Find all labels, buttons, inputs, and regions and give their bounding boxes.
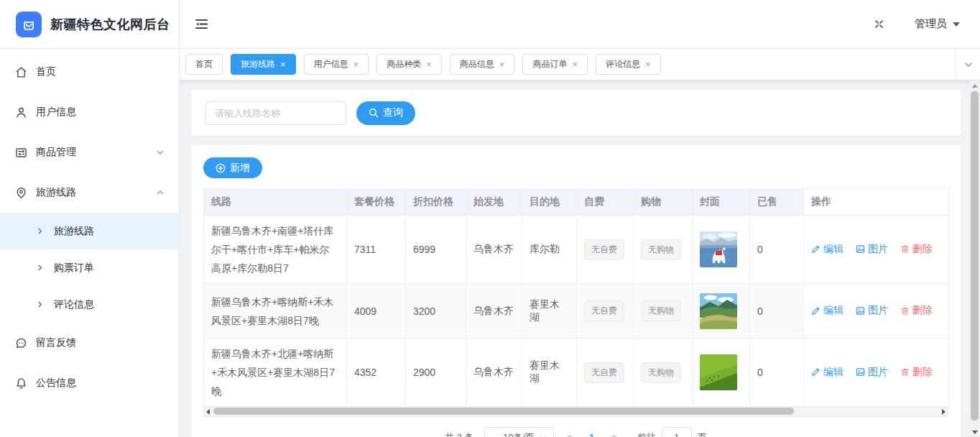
- tab-user-info[interactable]: 用户信息 ×: [304, 54, 369, 75]
- scroll-up-icon[interactable]: [972, 84, 978, 88]
- shopping-tag: 无购物: [641, 300, 681, 321]
- tab-travel-routes[interactable]: 旅游线路 ×: [231, 54, 296, 75]
- origin: 乌鲁木齐: [466, 339, 522, 407]
- sidebar-subitem-ticket-orders[interactable]: 购票订单: [0, 249, 179, 286]
- shopping-tag: 无购物: [641, 362, 681, 383]
- table-header-row: 线路 套餐价格 折扣价格 始发地 目的地 自费 购物 封面 已售 操作: [204, 189, 949, 216]
- admin-app: 新疆特色文化网后台 首页 用户信息 商品管理: [0, 0, 980, 437]
- shopping-bag-icon: [16, 12, 42, 37]
- close-icon[interactable]: ×: [499, 60, 505, 69]
- add-route-button[interactable]: 新增: [203, 157, 262, 178]
- chevron-right-icon: [36, 300, 44, 308]
- col-discount-price: 折扣价格: [406, 189, 466, 216]
- search-button[interactable]: 查询: [356, 101, 415, 125]
- sidebar-item-label: 留言反馈: [36, 336, 165, 349]
- pencil-icon: [811, 306, 820, 316]
- delete-button[interactable]: 删除: [900, 366, 933, 379]
- route-search-input[interactable]: [205, 101, 346, 125]
- sidebar-subitem-label: 评论信息: [54, 298, 94, 311]
- image-button[interactable]: 图片: [856, 366, 888, 379]
- close-icon[interactable]: ×: [572, 60, 578, 69]
- sidebar-subitem-comments[interactable]: 评论信息: [0, 286, 179, 323]
- chevron-up-icon: [156, 188, 165, 197]
- origin: 乌鲁木齐: [466, 216, 522, 284]
- sidebar-item-home[interactable]: 首页: [0, 52, 179, 92]
- tab-label: 用户信息: [314, 58, 348, 70]
- close-icon[interactable]: ×: [645, 60, 651, 69]
- scroll-down-icon[interactable]: [972, 431, 978, 434]
- self-fee-tag: 无自费: [584, 362, 624, 383]
- tab-goods-category[interactable]: 商品种类 ×: [376, 54, 442, 75]
- scroll-left-icon[interactable]: [206, 409, 210, 415]
- delete-button[interactable]: 删除: [900, 304, 933, 317]
- edit-label: 编辑: [823, 304, 843, 317]
- tab-label: 旅游线路: [241, 58, 275, 70]
- sidebar-item-announcements[interactable]: 公告信息: [0, 363, 179, 403]
- shopping-tag: 无购物: [641, 239, 681, 260]
- trash-icon: [900, 306, 910, 316]
- col-origin: 始发地: [466, 189, 522, 216]
- scrollbar-thumb[interactable]: [213, 408, 794, 415]
- edit-label: 编辑: [823, 243, 843, 256]
- edit-button[interactable]: 编辑: [811, 304, 843, 317]
- topbar: 管理员: [180, 0, 980, 49]
- close-icon[interactable]: ×: [353, 60, 359, 69]
- close-icon[interactable]: ×: [426, 60, 432, 69]
- table-horizontal-scrollbar[interactable]: [203, 407, 948, 417]
- sold-count: 0: [750, 339, 804, 407]
- close-icon[interactable]: ×: [280, 60, 286, 69]
- current-page[interactable]: 1: [585, 432, 598, 437]
- goto-page-input[interactable]: [662, 427, 692, 437]
- admin-menu[interactable]: 管理员: [915, 17, 960, 31]
- scrollbar-thumb[interactable]: [971, 91, 979, 420]
- tab-goods-orders[interactable]: 商品订单 ×: [522, 54, 588, 75]
- sidebar-item-label: 旅游线路: [36, 186, 156, 199]
- search-icon: [369, 108, 379, 118]
- bell-icon: [14, 377, 27, 390]
- sidebar-subitem-travel-routes[interactable]: 旅游线路: [0, 213, 179, 249]
- next-page-button[interactable]: >: [609, 432, 620, 437]
- self-fee-tag: 无自费: [584, 239, 624, 260]
- tab-overflow-button[interactable]: [956, 49, 980, 80]
- sidebar-item-travel-routes[interactable]: 旅游线路: [0, 172, 179, 213]
- sidebar-item-goods[interactable]: 商品管理: [0, 132, 179, 172]
- col-shopping: 购物: [634, 189, 693, 216]
- tabbar: 首页 旅游线路 × 用户信息 × 商品种类 × 商品信息 × 商品订单 ×: [180, 49, 980, 80]
- pencil-icon: [811, 367, 820, 377]
- route-name: 新疆乌鲁木齐+喀纳斯+禾木风景区+赛里木湖8日7晚: [204, 284, 347, 339]
- tab-goods-info[interactable]: 商品信息 ×: [450, 54, 515, 75]
- edit-button[interactable]: 编辑: [811, 366, 843, 379]
- table-row: 新疆乌鲁木齐+喀纳斯+禾木风景区+赛里木湖8日7晚 4009 3200 乌鲁木齐…: [204, 284, 949, 339]
- tab-home[interactable]: 首页: [185, 54, 223, 75]
- caret-down-icon: [953, 22, 960, 27]
- destination: 库尔勒: [522, 216, 577, 284]
- app-title: 新疆特色文化网后台: [50, 16, 170, 33]
- edit-button[interactable]: 编辑: [811, 243, 843, 256]
- page-size-select[interactable]: 10条/页: [484, 427, 554, 437]
- sidebar-fold-icon[interactable]: [195, 19, 208, 29]
- logo-row: 新疆特色文化网后台: [0, 0, 179, 49]
- image-button[interactable]: 图片: [856, 304, 888, 317]
- delete-button[interactable]: 删除: [900, 243, 933, 256]
- route-name: 新疆乌鲁木齐+北疆+喀纳斯+禾木风景区+赛里木湖8日7晚: [204, 339, 347, 407]
- sidebar-item-users[interactable]: 用户信息: [0, 92, 179, 132]
- sidebar-item-label: 用户信息: [36, 106, 165, 119]
- admin-label: 管理员: [915, 17, 947, 31]
- edit-label: 编辑: [823, 366, 843, 379]
- chat-icon: [14, 336, 27, 349]
- route-name: 新疆乌鲁木齐+南疆+塔什库尔干+喀什市+库车+帕米尔高原+库尔勒8日7: [204, 216, 347, 284]
- tab-comments[interactable]: 评论信息 ×: [596, 54, 661, 75]
- fullscreen-icon[interactable]: [874, 19, 884, 29]
- sidebar-menu: 首页 用户信息 商品管理 旅游: [0, 49, 179, 403]
- scroll-right-icon[interactable]: [942, 409, 946, 415]
- add-button-label: 新增: [230, 162, 250, 175]
- tab-label: 商品信息: [460, 58, 494, 70]
- discount-price: 3200: [406, 284, 466, 339]
- chevron-down-icon: [963, 60, 974, 70]
- destination: 赛里木湖: [522, 339, 577, 407]
- prev-page-button[interactable]: <: [564, 432, 575, 437]
- sidebar-item-feedback[interactable]: 留言反馈: [0, 323, 179, 363]
- trash-icon: [900, 244, 910, 254]
- page-vertical-scrollbar[interactable]: [970, 80, 979, 437]
- image-button[interactable]: 图片: [856, 243, 888, 256]
